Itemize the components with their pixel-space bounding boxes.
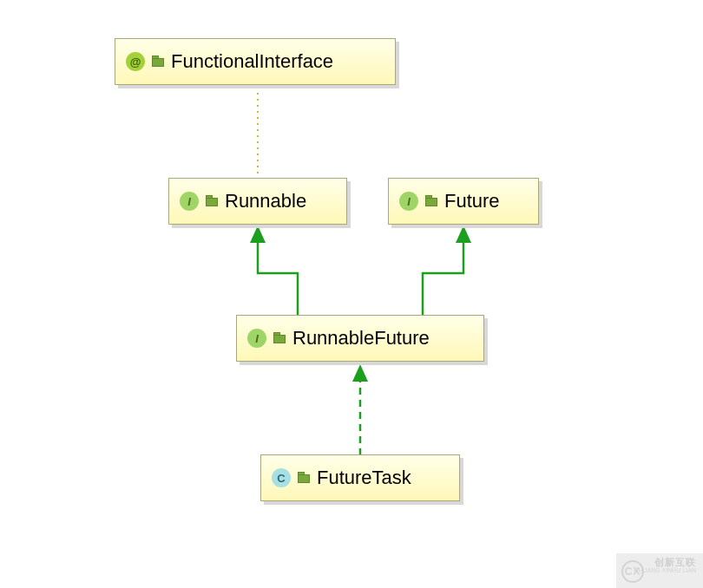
node-label: FutureTask bbox=[317, 467, 411, 489]
node-label: RunnableFuture bbox=[292, 327, 430, 350]
edge-runnablefuture-runnable bbox=[258, 243, 298, 315]
node-label: Runnable bbox=[225, 190, 306, 212]
package-icon bbox=[206, 195, 218, 207]
node-runnablefuture: I RunnableFuture bbox=[236, 315, 484, 362]
node-future: I Future bbox=[388, 178, 539, 225]
interface-icon: I bbox=[180, 192, 199, 211]
interface-icon: I bbox=[399, 192, 418, 211]
node-futuretask: C FutureTask bbox=[260, 454, 460, 501]
interface-icon: I bbox=[247, 329, 266, 348]
class-icon: C bbox=[272, 468, 291, 487]
package-icon bbox=[273, 332, 286, 344]
package-icon bbox=[425, 195, 437, 207]
package-icon bbox=[152, 56, 164, 68]
annotation-icon: @ bbox=[126, 52, 145, 71]
watermark: CX 创新互联 CHUANG XINHU LIAN bbox=[616, 553, 703, 588]
node-label: Future bbox=[444, 190, 500, 212]
node-label: FunctionalInterface bbox=[171, 50, 333, 73]
node-runnable: I Runnable bbox=[168, 178, 347, 225]
edge-runnablefuture-future bbox=[423, 243, 463, 315]
node-functionalinterface: @ FunctionalInterface bbox=[115, 38, 396, 85]
watermark-brand: 创新互联 bbox=[634, 557, 696, 567]
package-icon bbox=[298, 472, 310, 484]
watermark-sub: CHUANG XINHU LIAN bbox=[634, 567, 696, 574]
